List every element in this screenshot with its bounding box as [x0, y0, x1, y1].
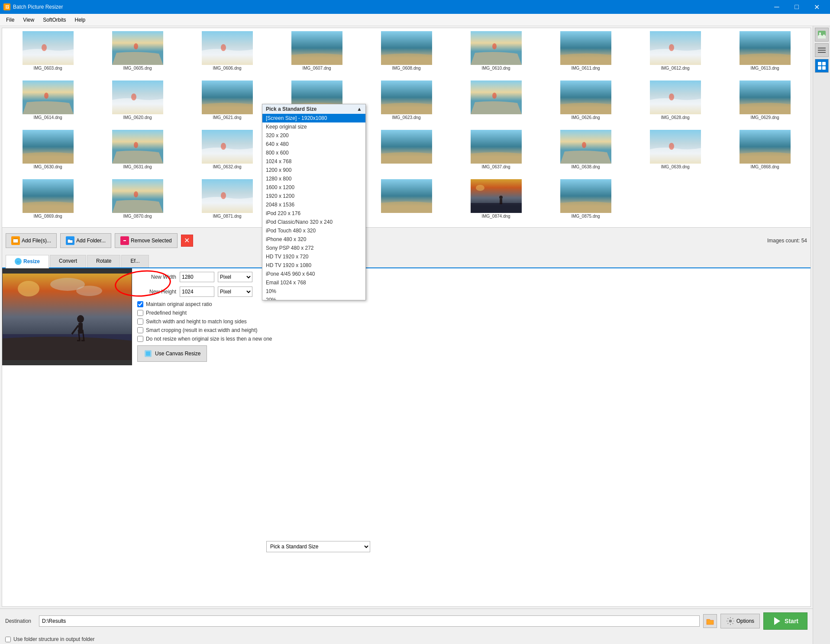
std-size-option[interactable]: 1280 x 800 [262, 174, 365, 183]
std-size-option[interactable]: 640 x 480 [262, 140, 365, 148]
close-button[interactable]: ✕ [807, 0, 827, 14]
app-body: IMG_0603.dngIMG_0605.dngIMG_0606.dngIMG_… [0, 26, 830, 644]
list-item[interactable]: IMG_0874.dng [452, 178, 540, 225]
list-item[interactable]: IMG_0631.dng [94, 129, 181, 176]
menu-view[interactable]: View [19, 15, 39, 25]
height-unit-select[interactable]: Pixel Percent [218, 287, 252, 297]
image-filename: IMG_0610.dng [481, 66, 510, 71]
list-item[interactable] [362, 129, 450, 176]
list-item[interactable]: IMG_0610.dng [452, 30, 540, 77]
std-size-option[interactable]: 1024 x 768 [262, 157, 365, 166]
std-size-option[interactable]: 20% [262, 296, 365, 300]
list-item[interactable]: IMG_0605.dng [94, 30, 181, 77]
std-size-option[interactable]: iPod 220 x 176 [262, 209, 365, 218]
standard-size-dropdown[interactable]: Pick a Standard Size ▲ [Screen Size] - 1… [262, 104, 366, 300]
add-folder-button[interactable]: Add Folder... [60, 233, 111, 248]
std-size-option[interactable]: iPod Classic/Nano 320 x 240 [262, 218, 365, 226]
std-size-option[interactable]: 10% [262, 287, 365, 296]
svg-point-48 [476, 185, 484, 191]
maintain-aspect-checkbox[interactable] [137, 301, 143, 307]
switch-dimensions-checkbox[interactable] [137, 319, 143, 325]
std-size-option[interactable]: Sony PSP 480 x 272 [262, 244, 365, 252]
no-resize-label: Do not resize when original size is less… [146, 336, 272, 342]
destination-browse-button[interactable] [703, 614, 717, 628]
list-item[interactable] [362, 178, 450, 225]
destination-label: Destination [5, 618, 36, 624]
add-files-button[interactable]: Add File(s)... [6, 233, 57, 248]
image-filename: IMG_0870.dng [123, 214, 152, 219]
list-item[interactable]: IMG_0621.dng [183, 79, 271, 127]
list-item[interactable]: IMG_0875.dng [542, 178, 630, 225]
options-button[interactable]: Options [720, 614, 760, 628]
list-item[interactable]: IMG_0629.dng [721, 79, 809, 127]
std-size-option[interactable]: 1920 x 1200 [262, 192, 365, 200]
toolbar-grid-btn[interactable] [815, 59, 829, 73]
std-size-option[interactable]: 1600 x 1200 [262, 183, 365, 192]
list-item[interactable]: IMG_0606.dng [183, 30, 271, 77]
std-size-option[interactable]: HD TV 1920 x 720 [262, 252, 365, 261]
std-size-option[interactable]: 320 x 200 [262, 131, 365, 140]
list-item[interactable]: IMG_0614.dng [4, 79, 92, 127]
list-item[interactable]: IMG_0630.dng [4, 129, 92, 176]
svg-rect-49 [471, 203, 522, 213]
list-item[interactable]: IMG_0632.dng [183, 129, 271, 176]
list-item[interactable]: IMG_0612.dng [631, 30, 719, 77]
std-size-option[interactable]: [Screen Size] - 1920x1080 [262, 114, 365, 122]
list-item[interactable]: IMG_0626.dng [542, 79, 630, 127]
tab-resize[interactable]: ↔ Resize [6, 255, 49, 268]
menu-help[interactable]: Help [71, 15, 90, 25]
height-input[interactable] [180, 287, 214, 297]
list-item[interactable]: IMG_0603.dng [4, 30, 92, 77]
list-item[interactable]: IMG_0637.dng [452, 129, 540, 176]
list-item[interactable] [452, 79, 540, 127]
list-item[interactable]: IMG_0869.dng [4, 178, 92, 225]
toolbar-list-btn[interactable] [815, 43, 829, 57]
no-resize-checkbox[interactable] [137, 336, 143, 342]
start-button[interactable]: Start [763, 612, 807, 630]
list-item[interactable]: IMG_0868.dng [721, 129, 809, 176]
std-size-list[interactable]: [Screen Size] - 1920x1080Keep original s… [262, 114, 365, 300]
destination-input[interactable] [39, 615, 700, 627]
folder-structure-checkbox[interactable] [5, 637, 11, 642]
clear-all-button[interactable]: ✕ [181, 235, 193, 247]
list-item[interactable]: IMG_0608.dng [362, 30, 450, 77]
standard-size-select-bottom[interactable]: Pick a Standard Size [266, 541, 370, 552]
std-size-option[interactable]: iPone 4/45 960 x 640 [262, 270, 365, 278]
std-size-option[interactable]: Email 1024 x 768 [262, 278, 365, 287]
switch-dimensions-label: Switch width and height to match long si… [146, 319, 247, 325]
canvas-resize-button[interactable]: Use Canvas Resize [137, 345, 207, 362]
std-size-option[interactable]: Keep original size [262, 122, 365, 131]
list-item[interactable]: IMG_0620.dng [94, 79, 181, 127]
list-item[interactable]: IMG_0607.dng [273, 30, 361, 77]
tab-convert[interactable]: Convert [50, 255, 86, 267]
resize-options: New Width Pixel Percent New Height Pixel [132, 268, 811, 365]
list-item[interactable]: IMG_0870.dng [94, 178, 181, 225]
menu-file[interactable]: File [2, 15, 19, 25]
list-item[interactable]: IMG_0871.dng [183, 178, 271, 225]
predefined-height-checkbox[interactable] [137, 310, 143, 316]
std-size-option[interactable]: iPod Touch 480 x 320 [262, 226, 365, 235]
maximize-button[interactable]: □ [787, 0, 807, 14]
menu-softorbits[interactable]: SoftOrbits [39, 15, 70, 25]
std-size-option[interactable]: iPhone 480 x 320 [262, 235, 365, 244]
list-item[interactable]: IMG_0613.dng [721, 30, 809, 77]
width-unit-select[interactable]: Pixel Percent [218, 272, 252, 282]
remove-selected-button[interactable]: Remove Selected [115, 233, 178, 248]
list-item[interactable]: IMG_0628.dng [631, 79, 719, 127]
image-filename: IMG_0874.dng [481, 214, 510, 219]
tab-rotate[interactable]: Rotate [87, 255, 120, 267]
svg-rect-71 [818, 62, 821, 65]
std-size-option[interactable]: 1200 x 900 [262, 166, 365, 174]
std-size-option[interactable]: 800 x 600 [262, 148, 365, 157]
list-item[interactable]: IMG_0638.dng [542, 129, 630, 176]
width-input[interactable] [180, 272, 214, 282]
list-item[interactable]: IMG_0611.dng [542, 30, 630, 77]
list-item[interactable]: IMG_0639.dng [631, 129, 719, 176]
minimize-button[interactable]: ─ [767, 0, 787, 14]
std-size-option[interactable]: HD TV 1920 x 1080 [262, 261, 365, 270]
smart-crop-checkbox[interactable] [137, 327, 143, 333]
tab-effects[interactable]: Ef... [121, 255, 149, 267]
toolbar-preview-btn[interactable] [815, 28, 829, 42]
std-size-option[interactable]: 2048 x 1536 [262, 200, 365, 209]
list-item[interactable]: IMG_0623.dng [362, 79, 450, 127]
